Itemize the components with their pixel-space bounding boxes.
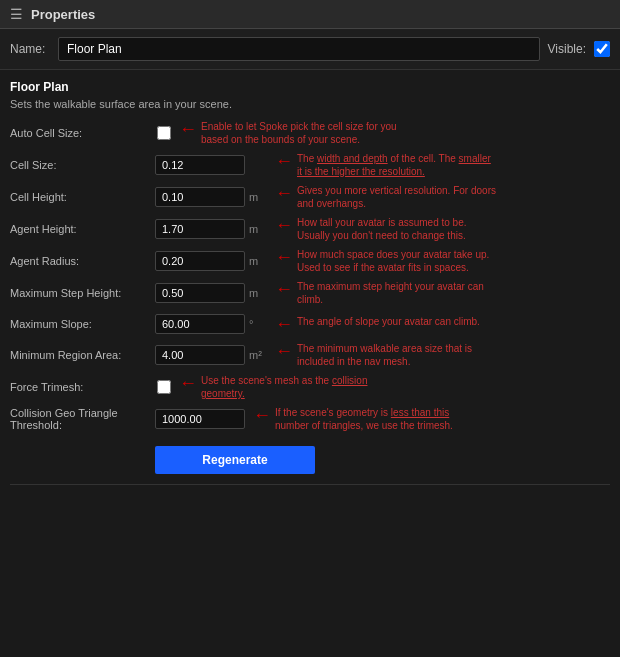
arrow-icon-agent-height: ←: [275, 216, 293, 234]
content-area: Floor Plan Sets the walkable surface are…: [0, 70, 620, 505]
max-step-input[interactable]: [155, 283, 245, 303]
arrow-icon-cell-size: ←: [275, 152, 293, 170]
property-row-agent-radius: Agent Radius: m ← How much space does yo…: [10, 248, 610, 274]
property-row-cell-size: Cell Size: ← The width and depth of the …: [10, 152, 610, 178]
annotation-auto-cell: Enable to let Spoke pick the cell size f…: [201, 120, 401, 146]
arrow-icon-min-region: ←: [275, 342, 293, 360]
property-row-collision-geo: Collision Geo Triangle Threshold: ← If t…: [10, 406, 610, 432]
agent-radius-unit: m: [249, 255, 267, 267]
property-row-cell-height: Cell Height: m ← Gives you more vertical…: [10, 184, 610, 210]
property-row-agent-height: Agent Height: m ← How tall your avatar i…: [10, 216, 610, 242]
annotation-cell-height: Gives you more vertical resolution. For …: [297, 184, 497, 210]
cell-height-unit: m: [249, 191, 267, 203]
prop-label-auto-cell-size: Auto Cell Size:: [10, 127, 155, 139]
prop-label-agent-height: Agent Height:: [10, 223, 155, 235]
max-slope-unit: °: [249, 318, 267, 330]
arrow-icon-max-slope: ←: [275, 315, 293, 333]
auto-cell-size-checkbox[interactable]: [157, 126, 171, 140]
annotation-max-step: The maximum step height your avatar can …: [297, 280, 497, 306]
menu-icon: ☰: [10, 6, 23, 22]
prop-label-min-region: Minimum Region Area:: [10, 349, 155, 361]
annotation-agent-height: How tall your avatar is assumed to be. U…: [297, 216, 497, 242]
arrow-icon-collision-geo: ←: [253, 406, 271, 424]
panel-title: Properties: [31, 7, 95, 22]
name-label: Name:: [10, 42, 50, 56]
prop-label-collision-geo: Collision Geo Triangle Threshold:: [10, 407, 155, 431]
cell-size-input[interactable]: [155, 155, 245, 175]
property-row-max-slope: Maximum Slope: ° ← The angle of slope yo…: [10, 312, 610, 336]
property-row-auto-cell-size: Auto Cell Size: ← Enable to let Spoke pi…: [10, 120, 610, 146]
annotation-max-slope: The angle of slope your avatar can climb…: [297, 315, 480, 328]
prop-label-cell-height: Cell Height:: [10, 191, 155, 203]
property-row-max-step: Maximum Step Height: m ← The maximum ste…: [10, 280, 610, 306]
force-trimesh-checkbox[interactable]: [157, 380, 171, 394]
prop-label-max-step: Maximum Step Height:: [10, 287, 155, 299]
visible-label: Visible:: [548, 42, 586, 56]
agent-radius-input[interactable]: [155, 251, 245, 271]
annotation-force-trimesh: Use the scene's mesh as the collision ge…: [201, 374, 401, 400]
property-row-force-trimesh: Force Trimesh: ← Use the scene's mesh as…: [10, 374, 610, 400]
prop-label-force-trimesh: Force Trimesh:: [10, 381, 155, 393]
arrow-icon-force-trimesh: ←: [179, 374, 197, 392]
min-region-input[interactable]: [155, 345, 245, 365]
header: ☰ Properties: [0, 0, 620, 29]
section-description: Sets the walkable surface area in your s…: [10, 98, 610, 110]
max-step-unit: m: [249, 287, 267, 299]
annotation-min-region: The minimum walkable area size that is i…: [297, 342, 497, 368]
annotation-collision-geo: If the scene's geometry is less than thi…: [275, 406, 475, 432]
prop-label-max-slope: Maximum Slope:: [10, 318, 155, 330]
collision-geo-input[interactable]: [155, 409, 245, 429]
annotation-agent-radius: How much space does your avatar take up.…: [297, 248, 497, 274]
arrow-icon-cell-height: ←: [275, 184, 293, 202]
agent-height-unit: m: [249, 223, 267, 235]
agent-height-input[interactable]: [155, 219, 245, 239]
prop-label-cell-size: Cell Size:: [10, 159, 155, 171]
visible-checkbox[interactable]: [594, 41, 610, 57]
property-row-min-region: Minimum Region Area: m² ← The minimum wa…: [10, 342, 610, 368]
max-slope-input[interactable]: [155, 314, 245, 334]
divider: [10, 484, 610, 485]
arrow-icon-max-step: ←: [275, 280, 293, 298]
arrow-icon-auto-cell: ←: [179, 120, 197, 138]
section-title: Floor Plan: [10, 80, 610, 94]
name-input[interactable]: [58, 37, 540, 61]
regenerate-button[interactable]: Regenerate: [155, 446, 315, 474]
name-row: Name: Visible:: [0, 29, 620, 70]
prop-label-agent-radius: Agent Radius:: [10, 255, 155, 267]
annotation-cell-size: The width and depth of the cell. The sma…: [297, 152, 497, 178]
min-region-unit: m²: [249, 349, 267, 361]
arrow-icon-agent-radius: ←: [275, 248, 293, 266]
cell-height-input[interactable]: [155, 187, 245, 207]
